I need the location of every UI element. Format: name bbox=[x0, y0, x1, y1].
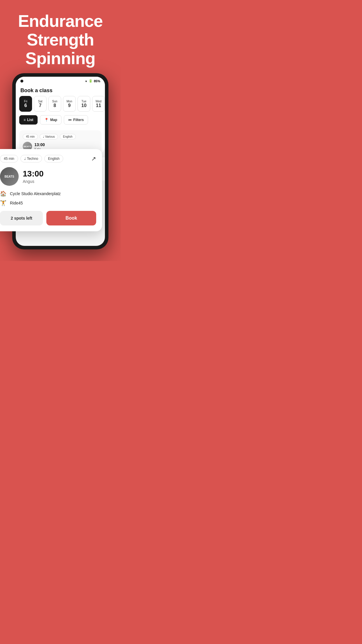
booking-row: 2 spots left Book bbox=[0, 211, 96, 225]
instructor-avatar-inner: BEATS bbox=[0, 167, 19, 186]
hero-line-1: Endurance bbox=[6, 12, 115, 30]
filter-icon: ≔ bbox=[68, 118, 72, 122]
list-label: List bbox=[27, 118, 33, 122]
instructor-section: BEATS 13:00 Angus bbox=[0, 167, 96, 186]
instructor-avatar: BEATS bbox=[0, 167, 19, 186]
share-button[interactable]: ↗ bbox=[91, 155, 96, 162]
camera-dot bbox=[20, 80, 23, 83]
hero-line-3: Spinning bbox=[6, 49, 115, 68]
date-sat-num: 7 bbox=[39, 103, 42, 108]
wifi-icon bbox=[85, 79, 87, 83]
map-toggle-button[interactable]: 📍 Map bbox=[40, 115, 61, 125]
instructor-name: Angus bbox=[23, 179, 44, 184]
studio-icon: 🏠 bbox=[0, 190, 6, 197]
popup-tags-row: 45 min ♩ Techno English ↗ bbox=[0, 155, 96, 162]
status-bar: 85% bbox=[16, 77, 105, 84]
filters-label: Filters bbox=[73, 118, 84, 122]
class-icon: 🏋 bbox=[0, 200, 6, 206]
filters-toggle-button[interactable]: ≔ Filters bbox=[64, 115, 88, 125]
book-button[interactable]: Book bbox=[46, 211, 96, 225]
date-sun-num: 8 bbox=[54, 103, 56, 108]
spots-left-label: 2 spots left bbox=[11, 216, 32, 220]
class-detail-row: 🏋 Ride45 bbox=[0, 200, 96, 206]
date-fri[interactable]: Fri 6 bbox=[19, 96, 32, 112]
popup-tag-language: English bbox=[44, 155, 63, 162]
hero-line-2: Strength bbox=[6, 30, 115, 49]
class-name: Ride45 bbox=[10, 201, 23, 205]
date-sat-day: Sat bbox=[38, 100, 42, 103]
second-class-tag-music: ♩ Various bbox=[40, 134, 58, 139]
list-icon: ≡ bbox=[24, 118, 26, 122]
app-content: Book a class Fri 6 Sat 7 Sun bbox=[16, 84, 105, 155]
date-wed[interactable]: Wed 11 bbox=[92, 96, 105, 112]
studio-detail-row: 🏠 Cycle Studio Alexanderplatz bbox=[0, 190, 96, 197]
app-container: Endurance Strength Spinning 85% bbox=[0, 0, 121, 261]
date-mon[interactable]: Mon 9 bbox=[63, 96, 76, 112]
date-tue-day: Tue bbox=[82, 100, 87, 103]
date-sun-day: Sun bbox=[52, 100, 57, 103]
date-row: Fri 6 Sat 7 Sun 8 Mon 9 bbox=[16, 96, 105, 115]
book-header: Book a class bbox=[16, 84, 105, 96]
date-fri-day: Fri bbox=[24, 100, 27, 103]
hero-section: Endurance Strength Spinning bbox=[0, 0, 121, 73]
date-fri-num: 6 bbox=[24, 103, 27, 108]
date-wed-num: 11 bbox=[96, 103, 101, 108]
book-button-label: Book bbox=[66, 216, 77, 220]
list-toggle-button[interactable]: ≡ List bbox=[19, 115, 38, 125]
studio-name: Cycle Studio Alexanderplatz bbox=[10, 191, 61, 196]
battery-percent: 85% bbox=[94, 79, 100, 83]
date-sat[interactable]: Sat 7 bbox=[34, 96, 47, 112]
status-right: 85% bbox=[85, 79, 100, 83]
instructor-info: 13:00 Angus bbox=[23, 169, 44, 184]
second-class-tag-language: English bbox=[60, 134, 76, 139]
popup-tag-duration: 45 min bbox=[0, 155, 18, 162]
second-class-tag-duration: 45 min bbox=[23, 134, 38, 139]
class-time: 13:00 bbox=[23, 169, 44, 178]
map-pin-icon: 📍 bbox=[44, 118, 49, 122]
hero-title: Endurance Strength Spinning bbox=[6, 12, 115, 67]
second-class-time: 13:00 bbox=[34, 142, 45, 147]
battery-icon bbox=[89, 79, 93, 83]
popup-tag-music: ♩ Techno bbox=[20, 155, 42, 162]
date-mon-num: 9 bbox=[68, 103, 71, 108]
date-mon-day: Mon bbox=[66, 100, 72, 103]
view-toggle: ≡ List 📍 Map ≔ Filters bbox=[16, 115, 105, 128]
date-tue-num: 10 bbox=[81, 103, 87, 108]
spots-left-button[interactable]: 2 spots left bbox=[0, 211, 43, 225]
date-tue[interactable]: Tue 10 bbox=[78, 96, 90, 112]
date-sun[interactable]: Sun 8 bbox=[48, 96, 61, 112]
class-detail-popup: 45 min ♩ Techno English ↗ BEATS 13:00 An… bbox=[0, 149, 102, 231]
map-label: Map bbox=[50, 118, 57, 122]
date-wed-day: Wed bbox=[96, 100, 101, 103]
second-class-tags: 45 min ♩ Various English bbox=[23, 134, 98, 139]
